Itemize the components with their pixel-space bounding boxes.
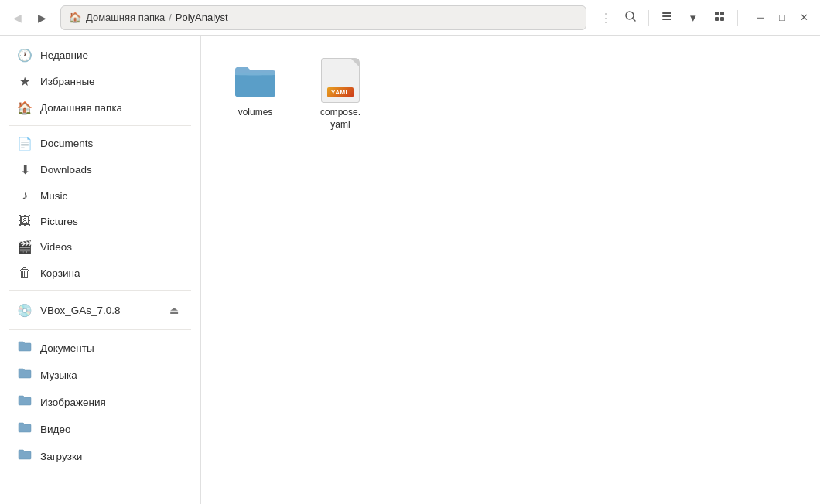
svg-rect-2 bbox=[662, 12, 671, 14]
home-sidebar-icon: 🏠 bbox=[17, 100, 32, 115]
sidebar-item-documents-ru[interactable]: Документы bbox=[6, 335, 194, 361]
svg-rect-7 bbox=[715, 17, 719, 21]
more-icon: ⋮ bbox=[600, 11, 612, 25]
close-button[interactable]: ✕ bbox=[794, 8, 814, 28]
sidebar-item-label: Видео bbox=[40, 424, 70, 435]
close-icon: ✕ bbox=[800, 12, 808, 23]
sidebar-item-favorites[interactable]: ★ Избранные bbox=[6, 69, 194, 94]
file-item-compose-yaml[interactable]: YAML compose.yaml bbox=[302, 51, 379, 138]
svg-line-1 bbox=[633, 19, 635, 21]
breadcrumb-home-label: Домашняя папка bbox=[86, 12, 165, 23]
sidebar-item-downloads-ru[interactable]: Загрузки bbox=[6, 443, 194, 469]
sidebar-item-label: Домашняя папка bbox=[40, 102, 122, 114]
grid-icon bbox=[713, 10, 726, 25]
main-layout: 🕐 Недавние ★ Избранные 🏠 Домашняя папка … bbox=[0, 36, 820, 504]
minimize-icon: ─ bbox=[757, 12, 764, 23]
downloads-icon: ⬇ bbox=[17, 162, 32, 177]
forward-button[interactable]: ▶ bbox=[31, 7, 53, 29]
sidebar-item-trash[interactable]: 🗑 Корзина bbox=[6, 261, 194, 285]
titlebar-actions: ⋮ bbox=[594, 6, 642, 29]
breadcrumb-current-folder: PolyAnalyst bbox=[176, 12, 228, 23]
eject-icon: ⏏ bbox=[169, 305, 179, 316]
more-options-button[interactable]: ⋮ bbox=[594, 6, 617, 29]
sidebar-divider-2 bbox=[9, 290, 191, 291]
folder-icon bbox=[17, 394, 32, 410]
search-button[interactable] bbox=[619, 6, 642, 29]
maximize-button[interactable]: □ bbox=[772, 8, 792, 28]
folder-icon-wrap bbox=[234, 59, 277, 102]
sidebar-item-vbox[interactable]: 💿 VBox_GAs_7.0.8 ⏏ bbox=[6, 295, 194, 325]
search-icon bbox=[624, 10, 637, 25]
minimize-button[interactable]: ─ bbox=[750, 8, 770, 28]
disc-icon: 💿 bbox=[17, 303, 32, 318]
home-icon: 🏠 bbox=[69, 12, 81, 23]
sidebar-item-label: VBox_GAs_7.0.8 bbox=[40, 305, 121, 316]
documents-icon: 📄 bbox=[17, 136, 32, 151]
view-grid-button[interactable] bbox=[708, 6, 731, 29]
folder-icon bbox=[17, 421, 32, 437]
breadcrumb-separator: / bbox=[169, 12, 172, 23]
sidebar: 🕐 Недавние ★ Избранные 🏠 Домашняя папка … bbox=[0, 36, 201, 504]
file-name-compose-yaml: compose.yaml bbox=[320, 107, 360, 131]
yaml-badge: YAML bbox=[327, 87, 354, 97]
sidebar-item-label: Документы bbox=[40, 342, 94, 354]
sidebar-item-recent[interactable]: 🕐 Недавние bbox=[6, 43, 194, 68]
yaml-icon-wrap: YAML bbox=[319, 59, 362, 102]
svg-rect-3 bbox=[662, 15, 671, 17]
back-icon: ◀ bbox=[13, 12, 22, 24]
sidebar-item-label: Музыка bbox=[40, 369, 77, 381]
sidebar-item-music-ru[interactable]: Музыка bbox=[6, 362, 194, 388]
star-icon: ★ bbox=[17, 74, 32, 89]
sidebar-item-label: Documents bbox=[40, 138, 93, 149]
back-button[interactable]: ◀ bbox=[6, 7, 28, 29]
videos-icon: 🎬 bbox=[17, 240, 32, 254]
sidebar-divider-3 bbox=[9, 329, 191, 330]
svg-rect-6 bbox=[720, 12, 724, 15]
folder-icon bbox=[17, 340, 32, 356]
music-icon: ♪ bbox=[17, 189, 32, 203]
folder-icon bbox=[17, 367, 32, 383]
folder-icon bbox=[17, 448, 32, 464]
file-name-volumes: volumes bbox=[238, 107, 273, 119]
sidebar-divider bbox=[9, 125, 191, 126]
sidebar-item-documents[interactable]: 📄 Documents bbox=[6, 131, 194, 156]
sidebar-item-videos-ru[interactable]: Видео bbox=[6, 416, 194, 442]
sidebar-item-label: Videos bbox=[40, 241, 72, 253]
yaml-corner bbox=[351, 59, 359, 66]
sidebar-item-pictures[interactable]: 🖼 Pictures bbox=[6, 209, 194, 233]
folder-svg-icon bbox=[234, 62, 277, 99]
sidebar-item-label: Downloads bbox=[40, 164, 92, 175]
sidebar-item-downloads[interactable]: ⬇ Downloads bbox=[6, 157, 194, 182]
forward-icon: ▶ bbox=[38, 12, 46, 24]
view-list-icon bbox=[661, 10, 673, 25]
titlebar: ◀ ▶ 🏠 Домашняя папка / PolyAnalyst ⋮ bbox=[0, 0, 820, 36]
file-content-area: volumes YAML compose.yaml bbox=[201, 36, 820, 504]
sidebar-item-music[interactable]: ♪ Music bbox=[6, 183, 194, 208]
sidebar-item-label: Pictures bbox=[40, 216, 78, 227]
sidebar-item-label: Music bbox=[40, 190, 67, 202]
sidebar-item-videos[interactable]: 🎬 Videos bbox=[6, 234, 194, 260]
breadcrumb: 🏠 Домашняя папка / PolyAnalyst bbox=[60, 5, 586, 30]
sidebar-item-images-ru[interactable]: Изображения bbox=[6, 389, 194, 415]
yaml-file-icon: YAML bbox=[321, 58, 360, 103]
pictures-icon: 🖼 bbox=[17, 214, 32, 228]
svg-rect-5 bbox=[715, 12, 719, 15]
window-controls: ─ □ ✕ bbox=[750, 8, 814, 28]
maximize-icon: □ bbox=[779, 12, 785, 23]
sidebar-item-label: Избранные bbox=[40, 76, 95, 87]
sidebar-item-label: Изображения bbox=[40, 397, 106, 408]
sidebar-item-home[interactable]: 🏠 Домашняя папка bbox=[6, 95, 194, 121]
view-list-button[interactable] bbox=[655, 6, 678, 29]
file-item-volumes[interactable]: volumes bbox=[217, 51, 294, 138]
sidebar-item-label: Загрузки bbox=[40, 451, 82, 462]
sidebar-item-label: Корзина bbox=[40, 267, 80, 279]
svg-rect-8 bbox=[720, 17, 724, 21]
trash-icon: 🗑 bbox=[17, 266, 32, 280]
svg-rect-4 bbox=[662, 19, 671, 20]
recent-icon: 🕐 bbox=[17, 48, 32, 63]
chevron-down-icon: ▾ bbox=[690, 11, 696, 25]
eject-button[interactable]: ⏏ bbox=[165, 301, 183, 319]
view-chevron-button[interactable]: ▾ bbox=[682, 6, 705, 29]
sidebar-item-label: Недавние bbox=[40, 49, 88, 61]
